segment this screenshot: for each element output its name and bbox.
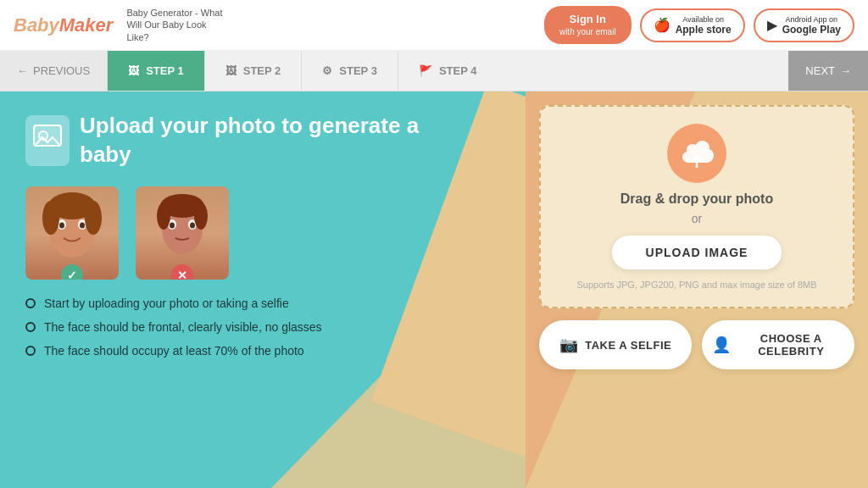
android-store-button[interactable]: ▶ Android App on Google Play bbox=[754, 8, 854, 42]
arrow-left-icon: ← bbox=[17, 64, 28, 77]
svg-point-14 bbox=[170, 222, 175, 228]
step-3-icon: ⚙ bbox=[322, 64, 332, 77]
header: BabyMaker Baby Generator - What Will Our… bbox=[0, 0, 868, 51]
step-2-icon: 🖼 bbox=[225, 64, 236, 77]
left-panel: Upload your photo to generate a baby bbox=[0, 92, 526, 488]
main-content: Upload your photo to generate a baby bbox=[0, 92, 868, 488]
person-icon: 👤 bbox=[712, 336, 732, 354]
instruction-1: Start by uploading your photo or taking … bbox=[25, 297, 500, 310]
step-2[interactable]: 🖼 STEP 2 bbox=[205, 51, 302, 91]
apple-store-button[interactable]: 🍎 Available on Apple store bbox=[640, 8, 745, 42]
or-text: or bbox=[692, 212, 702, 225]
drop-zone[interactable]: Drag & drop your photo or UPLOAD IMAGE S… bbox=[539, 105, 854, 308]
camera-icon: 📷 bbox=[559, 336, 579, 354]
upload-heading: Upload your photo to generate a baby bbox=[25, 112, 432, 169]
steps-bar: ← PREVIOUS 🖼 STEP 1 🖼 STEP 2 ⚙ STEP 3 🚩 … bbox=[0, 51, 868, 92]
selfie-button[interactable]: 📷 TAKE A SELFIE bbox=[539, 320, 692, 369]
svg-point-17 bbox=[157, 202, 170, 230]
prev-button[interactable]: ← PREVIOUS bbox=[0, 51, 107, 91]
upload-icon bbox=[25, 115, 70, 166]
photo-examples: ✓ bbox=[25, 186, 500, 280]
bullet-1 bbox=[25, 298, 36, 308]
signin-button[interactable]: Sign In with your email bbox=[544, 6, 632, 45]
upload-button[interactable]: UPLOAD IMAGE bbox=[612, 236, 782, 269]
right-panel: Drag & drop your photo or UPLOAD IMAGE S… bbox=[526, 92, 868, 488]
header-right: Sign In with your email 🍎 Available on A… bbox=[544, 6, 854, 45]
header-tagline: Baby Generator - What Will Our Baby Look… bbox=[126, 7, 228, 43]
step-3[interactable]: ⚙ STEP 3 bbox=[302, 51, 398, 91]
arrow-right-icon: → bbox=[840, 64, 851, 77]
drag-text: Drag & drop your photo bbox=[620, 191, 773, 207]
good-photo: ✓ bbox=[25, 186, 119, 280]
bullet-2 bbox=[25, 322, 36, 332]
bad-photo: ✕ bbox=[136, 186, 229, 280]
step-1[interactable]: 🖼 STEP 1 bbox=[108, 51, 204, 91]
step-4-icon: 🚩 bbox=[419, 64, 432, 77]
svg-point-18 bbox=[194, 202, 208, 230]
android-icon: ▶ bbox=[767, 17, 777, 33]
next-button[interactable]: NEXT → bbox=[788, 51, 868, 91]
svg-point-10 bbox=[85, 201, 102, 235]
svg-rect-19 bbox=[172, 241, 192, 250]
instructions: Start by uploading your photo or taking … bbox=[25, 297, 500, 358]
step-1-icon: 🖼 bbox=[128, 64, 139, 77]
svg-point-7 bbox=[80, 222, 85, 228]
bottom-buttons: 📷 TAKE A SELFIE 👤 CHOOSE A CELEBRITY bbox=[539, 320, 854, 369]
apple-icon: 🍎 bbox=[654, 17, 670, 33]
svg-point-6 bbox=[59, 222, 64, 228]
bullet-3 bbox=[25, 346, 36, 356]
supports-text: Supports JPG, JPG200, PNG and max image … bbox=[576, 280, 816, 290]
cloud-icon bbox=[667, 124, 726, 183]
svg-point-15 bbox=[190, 222, 195, 228]
svg-point-9 bbox=[42, 201, 59, 235]
step-4[interactable]: 🚩 STEP 4 bbox=[398, 51, 498, 91]
logo: BabyMaker bbox=[14, 14, 113, 36]
instruction-3: The face should occupy at least 70% of t… bbox=[25, 344, 500, 358]
instruction-2: The face should be frontal, clearly visi… bbox=[25, 320, 500, 334]
celebrity-button[interactable]: 👤 CHOOSE A CELEBRITY bbox=[702, 320, 854, 369]
